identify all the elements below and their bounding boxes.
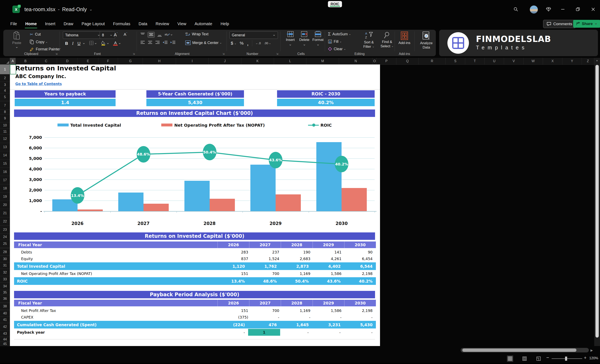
row-header-3[interactable]: 3 (0, 82, 10, 88)
zoom-slider-thumb[interactable] (565, 356, 567, 361)
row-header-10[interactable]: 10 (0, 122, 10, 128)
zoom-in-button[interactable]: + (584, 355, 587, 361)
cell-2026[interactable]: 283 (220, 249, 251, 255)
row-header-24[interactable]: 24 (0, 234, 10, 240)
row-header-35[interactable]: 35 (0, 290, 10, 295)
cell-2026[interactable]: (375) (220, 314, 251, 320)
row-header-44[interactable]: 44 (0, 337, 10, 342)
column-header-G[interactable]: G (118, 58, 143, 64)
vertical-scrollbar-thumb[interactable] (595, 65, 599, 337)
row-header-28[interactable]: 28 (0, 249, 10, 255)
row-header-20[interactable]: 20 (0, 201, 10, 209)
cell-2027[interactable]: 48.6% (248, 277, 280, 285)
sort-filter-button[interactable]: AZ Sort &Filter (360, 31, 378, 49)
restore-button[interactable] (574, 6, 581, 13)
diamond-icon[interactable] (545, 6, 552, 13)
column-header-W[interactable]: W (524, 58, 543, 64)
column-header-R[interactable]: R (419, 58, 446, 64)
cell-2027[interactable]: 476 (248, 321, 280, 328)
row-headers[interactable]: 1234578910111213141516171819202122232425… (0, 64, 10, 346)
cell-2026[interactable]: 837 (220, 255, 251, 262)
row-header-8[interactable]: 8 (0, 109, 10, 114)
select-all-corner[interactable] (0, 58, 10, 64)
cell-2027[interactable]: 1,524 (251, 255, 282, 262)
column-header-V[interactable]: V (504, 58, 524, 64)
cell-2028[interactable]: - (283, 314, 314, 320)
share-button[interactable]: Share (573, 20, 600, 28)
sheet-tab-roic-active[interactable]: ROIC (328, 1, 342, 7)
column-header-B[interactable]: B (16, 58, 35, 64)
increase-decimal-button[interactable]: ←.0 (255, 42, 261, 45)
ribbon-tab-formulas[interactable]: Formulas (113, 21, 131, 27)
minimize-button[interactable] (559, 6, 566, 13)
number-dialog-launcher[interactable]: ⇲ (276, 53, 279, 55)
number-format-select[interactable]: General (229, 31, 278, 39)
row-header-13[interactable]: 13 (0, 143, 10, 151)
chevron-down-icon[interactable] (118, 41, 121, 46)
column-header-J[interactable]: J (209, 58, 241, 64)
file-mode[interactable]: Read-Only (62, 6, 87, 12)
bold-button[interactable]: B (64, 41, 69, 46)
cell-2030[interactable]: 6,454 (345, 255, 376, 262)
cell-2030[interactable]: 90 (345, 249, 376, 255)
orientation-button[interactable]: ab (165, 32, 173, 37)
row-header-45[interactable]: 45 (0, 342, 10, 346)
row-header-36[interactable]: 36 (0, 295, 10, 302)
column-header-S[interactable]: S (446, 58, 465, 64)
row-header-14[interactable]: 14 (0, 151, 10, 159)
row-header-32[interactable]: 32 (0, 269, 10, 276)
row-header-25[interactable]: 25 (0, 240, 10, 247)
table-of-contents-link[interactable]: Go to Table of Contents (15, 82, 62, 86)
cell-2030[interactable]: 2,198 (345, 307, 376, 314)
decrease-font-button[interactable]: Aˇ (124, 32, 127, 37)
row-header-38[interactable]: 38 (0, 303, 10, 310)
copy-button[interactable]: Copy (30, 40, 48, 44)
font-color-button[interactable]: A (113, 41, 118, 46)
cell-2029[interactable]: - (314, 314, 345, 320)
fill-button[interactable]: Fill (328, 38, 342, 45)
cell-2026[interactable]: 151 (220, 307, 251, 314)
decrease-decimal-button[interactable]: .00→ (264, 42, 271, 45)
cell-2027[interactable]: 700 (251, 270, 282, 277)
cell-2028[interactable]: 1,169 (283, 270, 314, 277)
column-header-Z[interactable]: Z (582, 58, 594, 64)
chevron-down-icon[interactable] (106, 41, 109, 46)
italic-button[interactable]: I (70, 41, 76, 46)
cell-2030[interactable]: 2,198 (345, 270, 376, 277)
format-cells-button[interactable]: Format (311, 31, 325, 47)
wrap-text-button[interactable]: ab Wrap Text (185, 32, 208, 36)
row-header-7[interactable]: 7 (0, 102, 10, 109)
row-header-42[interactable]: 42 (0, 323, 10, 330)
borders-button[interactable] (89, 41, 94, 46)
row-header-2[interactable]: 2 (0, 74, 10, 82)
cell-2026[interactable]: 151 (220, 270, 251, 277)
page-layout-view-button[interactable] (521, 355, 528, 362)
row-header-19[interactable]: 19 (0, 192, 10, 201)
decrease-indent-icon[interactable] (162, 40, 168, 44)
row-header-4[interactable]: 4 (0, 88, 10, 93)
underline-button[interactable]: U (76, 41, 82, 46)
horizontal-scrollbar-thumb[interactable] (462, 348, 576, 352)
ribbon-tab-home[interactable]: Home (25, 21, 37, 27)
row-header-41[interactable]: 41 (0, 317, 10, 323)
row-header-17[interactable]: 17 (0, 176, 10, 184)
row-header-5[interactable]: 5 (0, 93, 10, 101)
row-header-30[interactable]: 30 (0, 256, 10, 262)
clear-button[interactable]: Clear (328, 46, 346, 52)
cell-2029[interactable]: 141 (314, 249, 345, 255)
row-header-9[interactable]: 9 (0, 114, 10, 122)
column-header-P[interactable]: P (377, 58, 396, 64)
row-header-22[interactable]: 22 (0, 217, 10, 226)
column-header-N[interactable]: N (339, 58, 373, 64)
ribbon-tab-review[interactable]: Review (155, 21, 169, 27)
column-header-E[interactable]: E (78, 58, 98, 64)
font-name-select[interactable]: Tahoma (63, 31, 103, 39)
cell-2029[interactable]: 1,586 (314, 270, 345, 277)
cell-2026[interactable]: 13.4% (216, 277, 248, 285)
zoom-level[interactable]: 120% (589, 356, 598, 360)
chevron-down-icon[interactable] (94, 41, 97, 46)
align-left-icon[interactable] (140, 40, 145, 44)
cell-2028[interactable]: 1,645 (280, 321, 312, 328)
ribbon-tab-help[interactable]: Help (220, 21, 229, 27)
row-header-15[interactable]: 15 (0, 159, 10, 168)
